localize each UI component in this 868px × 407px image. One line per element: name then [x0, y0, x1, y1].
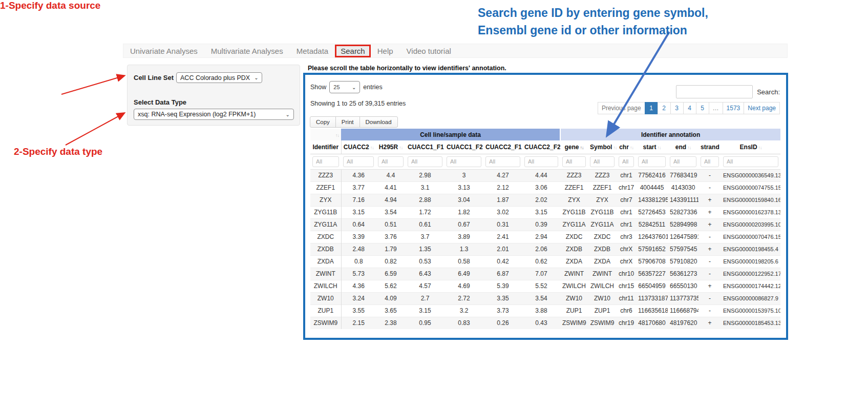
- table-filter-row: [310, 154, 780, 169]
- download-button[interactable]: Download: [359, 116, 398, 128]
- data-type-select[interactable]: xsq: RNA-seq Expression (log2 FPKM+1) ⌄: [134, 109, 294, 120]
- page-length-select[interactable]: 25 ⌄: [329, 81, 360, 93]
- cell-ensid: ENSG00000086827.9: [721, 292, 780, 304]
- page-button-4[interactable]: 4: [683, 102, 696, 114]
- column-header-h295r[interactable]: H295R↑↓: [376, 140, 406, 154]
- filter-input-start[interactable]: [638, 156, 666, 167]
- cell-cuacc1_f2: 6.49: [444, 268, 483, 280]
- column-header-label: CUACC2: [344, 144, 369, 151]
- cell-identifier: ZWILCH: [310, 280, 341, 292]
- column-header-cuacc2_f1[interactable]: CUACC2_F1↑↓: [483, 140, 522, 154]
- column-header-chr[interactable]: chr↑↓: [617, 140, 636, 154]
- cell-start: 57591652: [636, 243, 668, 255]
- column-header-gene[interactable]: gene↑↓: [560, 140, 588, 154]
- page-button-3[interactable]: 3: [670, 102, 684, 114]
- cell-start: 66504959: [636, 280, 668, 292]
- column-header-strand[interactable]: strand↑↓: [698, 140, 721, 154]
- filter-input-gene[interactable]: [562, 156, 586, 167]
- column-header-cuacc2_f2[interactable]: CUACC2_F2↑↓: [522, 140, 560, 154]
- cell-end: 116668794: [668, 304, 698, 317]
- nav-item-metadata[interactable]: Metadata: [290, 45, 335, 57]
- cell-h295r: 6.59: [376, 268, 406, 280]
- cell-start: 56357227: [636, 268, 668, 280]
- column-header-start[interactable]: start↑↓: [636, 140, 668, 154]
- table-row-zyg11a[interactable]: ZYG11A0.640.510.610.670.310.39ZYG11AZYG1…: [310, 218, 780, 231]
- nav-item-univariate-analyses[interactable]: Univariate Analyses: [123, 45, 204, 57]
- cell-strand: -: [698, 268, 721, 280]
- cell-gene: ZYG11B: [560, 206, 588, 218]
- filter-input-cuacc1_f2[interactable]: [447, 156, 481, 167]
- filter-input-end[interactable]: [670, 156, 696, 167]
- filter-input-ensid[interactable]: [723, 156, 778, 167]
- cell-symbol: ZYG11B: [588, 206, 617, 218]
- table-row-zxdb[interactable]: ZXDB2.481.791.351.32.012.06ZXDBZXDBchrX5…: [310, 243, 780, 255]
- gene-data-table: ↑↓Cell line/sample dataIdentifier annota…: [310, 129, 780, 329]
- table-header-row: IdentifierCUACC2↑↓H295R↑↓CUACC1_F1↑↓CUAC…: [310, 140, 780, 154]
- cell-cuacc2: 3.77: [341, 181, 376, 194]
- column-header-cuacc1_f1[interactable]: CUACC1_F1↑↓: [406, 140, 444, 154]
- filter-input-strand[interactable]: [701, 156, 719, 167]
- table-search-input[interactable]: [676, 85, 753, 98]
- filter-input-cuacc1_f1[interactable]: [408, 156, 442, 167]
- column-header-cuacc1_f2[interactable]: CUACC1_F2↑↓: [444, 140, 483, 154]
- nav-item-help[interactable]: Help: [371, 45, 400, 57]
- cell-h295r: 4.41: [376, 181, 406, 194]
- nav-item-multivariate-analyses[interactable]: Multivariate Analyses: [204, 45, 290, 57]
- table-row-zw10[interactable]: ZW103.244.092.72.723.353.54ZW10ZW10chr11…: [310, 292, 780, 304]
- group-header-sort[interactable]: ↑↓: [310, 129, 341, 140]
- next-page-button[interactable]: Next page: [744, 102, 780, 114]
- filter-input-h295r[interactable]: [378, 156, 404, 167]
- filter-input-symbol[interactable]: [590, 156, 615, 167]
- filter-input-cuacc2_f2[interactable]: [524, 156, 558, 167]
- cell-cuacc2_f2: 0.62: [522, 255, 560, 268]
- column-header-end[interactable]: end↑↓: [668, 140, 698, 154]
- column-header-symbol[interactable]: Symbol↑↓: [588, 140, 617, 154]
- page-button-1[interactable]: 1: [645, 102, 658, 114]
- page-button-1573[interactable]: 1573: [723, 102, 745, 114]
- filter-input-cuacc2[interactable]: [343, 156, 374, 167]
- cell-h295r: 4.09: [376, 292, 406, 304]
- filter-input-cuacc2_f1[interactable]: [485, 156, 520, 167]
- cell-gene: ZZEF1: [560, 181, 588, 194]
- cell-cuacc1_f1: 3.15: [406, 304, 444, 317]
- cell-ensid: ENSG00000122952.17: [721, 268, 780, 280]
- cell-identifier: ZXDB: [310, 243, 341, 255]
- table-row-zup1[interactable]: ZUP13.553.653.153.23.733.88ZUP1ZUP1chr61…: [310, 304, 780, 317]
- table-row-zwilch[interactable]: ZWILCH4.365.624.574.695.395.52ZWILCHZWIL…: [310, 280, 780, 292]
- column-header-cuacc2[interactable]: CUACC2↑↓: [341, 140, 376, 154]
- table-row-zxdc[interactable]: ZXDC3.393.763.73.892.412.94ZXDCZXDCchr31…: [310, 231, 780, 243]
- cell-line-set-value: ACC Colorado plus PDX: [180, 74, 250, 82]
- cell-line-set-select[interactable]: ACC Colorado plus PDX ⌄: [176, 72, 262, 83]
- cell-gene: ZSWIM9: [560, 317, 588, 329]
- copy-button[interactable]: Copy: [310, 116, 336, 128]
- page-ellipsis[interactable]: …: [709, 102, 723, 114]
- filter-input-identifier[interactable]: [312, 156, 339, 167]
- column-header-ensid[interactable]: EnsID↑↓: [721, 140, 780, 154]
- sort-icon: ↑↓: [613, 145, 617, 150]
- group-header-cell-line-sample-data: Cell line/sample data: [341, 129, 560, 140]
- sort-icon: ↑↓: [687, 145, 691, 150]
- page-button-5[interactable]: 5: [696, 102, 709, 114]
- cell-start: 4004445: [636, 181, 668, 194]
- column-header-label: CUACC1_F1: [408, 144, 444, 151]
- table-row-zzz3[interactable]: ZZZ34.364.42.9834.274.44ZZZ3ZZZ3chr17756…: [310, 169, 780, 181]
- table-row-zyx[interactable]: ZYX7.164.942.883.041.872.02ZYXZYXchr7143…: [310, 194, 780, 206]
- table-row-zyg11b[interactable]: ZYG11B3.153.541.721.823.023.15ZYG11BZYG1…: [310, 206, 780, 218]
- page-length-value: 25: [333, 84, 340, 90]
- table-row-zxda[interactable]: ZXDA0.80.820.530.580.420.62ZXDAZXDAchrX5…: [310, 255, 780, 268]
- cell-symbol: ZXDC: [588, 231, 617, 243]
- filter-input-chr[interactable]: [619, 156, 634, 167]
- page-button-2[interactable]: 2: [658, 102, 671, 114]
- print-button[interactable]: Print: [335, 116, 360, 128]
- table-row-zswim9[interactable]: ZSWIM92.152.380.950.830.260.43ZSWIM9ZSWI…: [310, 317, 780, 329]
- cell-h295r: 5.62: [376, 280, 406, 292]
- table-row-zzef1[interactable]: ZZEF13.774.413.13.132.123.06ZZEF1ZZEF1ch…: [310, 181, 780, 194]
- nav-item-video-tutorial[interactable]: Video tutorial: [400, 45, 458, 57]
- column-header-label: chr: [619, 144, 629, 151]
- cell-cuacc2: 2.15: [341, 317, 376, 329]
- table-row-zwint[interactable]: ZWINT5.736.596.436.496.877.07ZWINTZWINTc…: [310, 268, 780, 280]
- column-header-identifier[interactable]: Identifier: [310, 140, 341, 154]
- cell-h295r: 0.51: [376, 218, 406, 231]
- previous-page-button[interactable]: Previous page: [598, 102, 645, 114]
- nav-item-search[interactable]: Search: [335, 45, 371, 57]
